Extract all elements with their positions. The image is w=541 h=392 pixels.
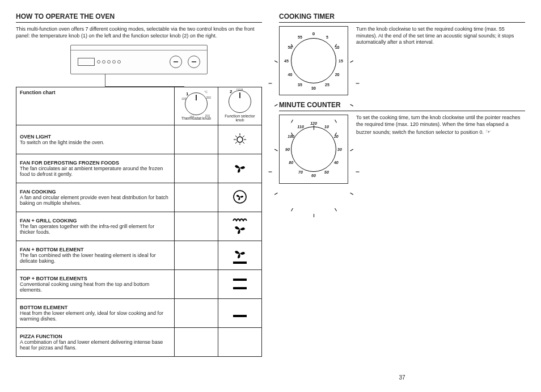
timer-tick-label: 45: [284, 59, 289, 63]
svg-rect-10: [233, 262, 247, 264]
bottom-element-icon: [218, 299, 261, 328]
table-header-knob1: 1 °C 250 200 150 100 Thermostat knob: [174, 87, 218, 125]
table-row: PIZZA FUNCTIONA combination of fan and l…: [16, 328, 262, 357]
table-row: BOTTOM ELEMENTHeat from the lower elemen…: [16, 299, 262, 328]
pizza-icon: [218, 328, 261, 357]
counter-tick-label: 40: [334, 161, 339, 165]
counter-tick-label: 10: [324, 125, 329, 129]
counter-tick-label: 120: [310, 121, 317, 125]
display-rect-icon: [78, 58, 95, 66]
table-header-function: Function chart: [16, 87, 175, 125]
fan-ring-icon: [218, 183, 261, 212]
counter-tick-label: 20: [334, 134, 339, 138]
timer-text: Turn the knob clockwise to set the requi…: [356, 26, 525, 46]
intro-text: This multi-function oven offers 7 differ…: [16, 26, 262, 39]
panel-knob-2-icon: [188, 56, 200, 68]
top-bottom-icon: [218, 270, 261, 299]
timer-tick-label: 35: [298, 82, 302, 86]
section-title-how-to-operate: HOW TO OPERATE THE OVEN: [16, 12, 262, 23]
table-row: TOP + BOTTOM ELEMENTSConventional cookin…: [16, 270, 262, 299]
left-column: HOW TO OPERATE THE OVEN This multi-funct…: [16, 11, 262, 381]
function-chart-table: Function chart 1 °C 250 200 150 100 Ther…: [16, 87, 262, 357]
counter-text: To set the cooking time, turn the knob c…: [356, 115, 525, 136]
timer-zero-label: 0: [312, 31, 315, 36]
table-row: FAN + BOTTOM ELEMENTThe fan combined wit…: [16, 241, 262, 270]
counter-tick-label: 100: [288, 134, 294, 138]
timer-tick-label: 55: [298, 35, 302, 39]
table-row: FAN + GRILL COOKINGThe fan operates toge…: [16, 212, 262, 241]
button-row-icon: [97, 60, 121, 64]
counter-tick-label: 50: [324, 170, 329, 174]
counter-tick-label: 30: [337, 147, 342, 151]
table-header-knob2: 2 PIZZA Function selector knob: [218, 87, 261, 125]
right-column: COOKING TIMER 0 510152025303540455055 Tu…: [279, 11, 525, 381]
table-row: OVEN LIGHTTo switch on the light inside …: [16, 125, 262, 154]
svg-line-5: [235, 136, 237, 137]
timer-dial-illustration: 0 510152025303540455055: [279, 26, 348, 95]
svg-rect-13: [233, 315, 247, 317]
light-icon: [218, 125, 261, 154]
panel-knob-1-icon: [170, 56, 182, 68]
hand-icon: ☞: [485, 128, 491, 135]
fan-plus-bottom-icon: [218, 241, 261, 270]
timer-tick-label: 5: [326, 35, 328, 39]
counter-tick-label: 90: [285, 147, 290, 151]
control-panel-illustration: [16, 45, 262, 74]
svg-line-8: [243, 142, 244, 144]
section-title-minute-counter: MINUTE COUNTER: [279, 101, 525, 111]
counter-dial-illustration: 102030405060708090100110120: [279, 115, 348, 184]
page-number: 37: [279, 374, 525, 381]
timer-tick-label: 20: [335, 73, 340, 77]
counter-tick-label: 110: [297, 125, 304, 129]
timer-tick-label: 40: [288, 73, 293, 77]
fan-icon: [218, 154, 261, 183]
section-title-timer: COOKING TIMER: [279, 12, 525, 23]
svg-rect-11: [233, 279, 247, 281]
svg-point-0: [237, 137, 243, 142]
timer-tick-label: 10: [335, 45, 340, 49]
timer-tick-label: 30: [311, 86, 316, 90]
svg-line-7: [235, 142, 237, 144]
table-row: FAN COOKINGA fan and circular element pr…: [16, 183, 262, 212]
svg-line-6: [243, 136, 244, 137]
table-row: FAN FOR DEFROSTING FROZEN FOODSThe fan c…: [16, 154, 262, 183]
counter-tick-label: 70: [298, 170, 303, 174]
counter-tick-label: 80: [289, 161, 293, 165]
oven-panel-drawing: [70, 45, 208, 74]
svg-rect-12: [233, 287, 247, 289]
fan-plus-grill-icon: [218, 212, 261, 241]
timer-tick-label: 15: [339, 59, 343, 63]
counter-tick-label: 60: [311, 174, 316, 178]
timer-tick-label: 25: [325, 82, 329, 86]
